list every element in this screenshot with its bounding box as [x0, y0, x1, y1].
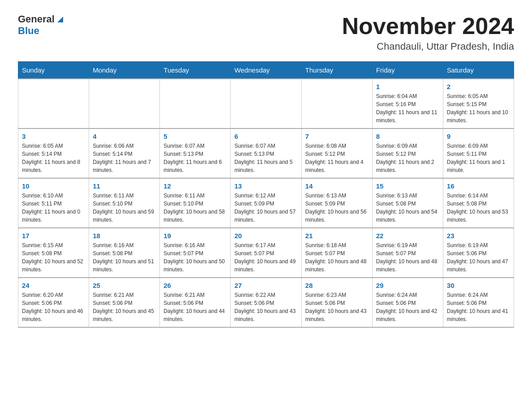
- calendar-cell: 3Sunrise: 6:05 AMSunset: 5:14 PMDaylight…: [18, 128, 89, 178]
- day-info: Sunrise: 6:13 AMSunset: 5:08 PMDaylight:…: [376, 192, 439, 224]
- day-info: Sunrise: 6:05 AMSunset: 5:15 PMDaylight:…: [447, 92, 510, 124]
- day-number: 10: [22, 182, 85, 190]
- day-number: 22: [376, 232, 439, 240]
- day-number: 25: [93, 282, 156, 289]
- weekday-header-row: SundayMondayTuesdayWednesdayThursdayFrid…: [18, 62, 514, 79]
- calendar-cell: 9Sunrise: 6:09 AMSunset: 5:11 PMDaylight…: [443, 128, 514, 178]
- calendar-week-row: 10Sunrise: 6:10 AMSunset: 5:11 PMDayligh…: [18, 178, 514, 228]
- day-info: Sunrise: 6:10 AMSunset: 5:11 PMDaylight:…: [22, 192, 85, 224]
- calendar-cell: 14Sunrise: 6:13 AMSunset: 5:09 PMDayligh…: [301, 178, 372, 228]
- calendar-week-row: 17Sunrise: 6:15 AMSunset: 5:08 PMDayligh…: [18, 228, 514, 278]
- day-info: Sunrise: 6:16 AMSunset: 5:07 PMDaylight:…: [163, 241, 227, 274]
- calendar-cell: 30Sunrise: 6:24 AMSunset: 5:06 PMDayligh…: [443, 278, 514, 327]
- day-number: 13: [234, 182, 297, 190]
- day-info: Sunrise: 6:07 AMSunset: 5:13 PMDaylight:…: [163, 142, 227, 174]
- day-info: Sunrise: 6:21 AMSunset: 5:06 PMDaylight:…: [93, 291, 156, 323]
- day-info: Sunrise: 6:23 AMSunset: 5:06 PMDaylight:…: [305, 291, 369, 323]
- weekday-header-tuesday: Tuesday: [160, 62, 231, 79]
- weekday-header-thursday: Thursday: [301, 62, 372, 79]
- day-info: Sunrise: 6:15 AMSunset: 5:08 PMDaylight:…: [22, 241, 85, 274]
- calendar-cell: 1Sunrise: 6:04 AMSunset: 5:16 PMDaylight…: [372, 79, 443, 128]
- calendar-cell: 25Sunrise: 6:21 AMSunset: 5:06 PMDayligh…: [89, 278, 160, 327]
- day-info: Sunrise: 6:19 AMSunset: 5:06 PMDaylight:…: [447, 241, 510, 274]
- day-number: 24: [22, 282, 85, 289]
- day-info: Sunrise: 6:22 AMSunset: 5:06 PMDaylight:…: [234, 291, 297, 323]
- day-info: Sunrise: 6:19 AMSunset: 5:07 PMDaylight:…: [376, 241, 439, 274]
- calendar-cell: 7Sunrise: 6:08 AMSunset: 5:12 PMDaylight…: [301, 128, 372, 178]
- day-number: 20: [234, 232, 297, 240]
- location-subtitle: Chandauli, Uttar Pradesh, India: [342, 41, 514, 52]
- calendar-cell: 13Sunrise: 6:12 AMSunset: 5:09 PMDayligh…: [231, 178, 301, 228]
- day-number: 5: [163, 133, 227, 140]
- day-info: Sunrise: 6:18 AMSunset: 5:07 PMDaylight:…: [305, 241, 369, 274]
- day-number: 14: [305, 182, 369, 190]
- day-number: 27: [234, 282, 297, 289]
- day-info: Sunrise: 6:08 AMSunset: 5:12 PMDaylight:…: [305, 142, 369, 174]
- day-number: 29: [376, 282, 439, 289]
- day-info: Sunrise: 6:09 AMSunset: 5:12 PMDaylight:…: [376, 142, 439, 174]
- calendar-cell: 11Sunrise: 6:11 AMSunset: 5:10 PMDayligh…: [89, 178, 160, 228]
- day-info: Sunrise: 6:24 AMSunset: 5:06 PMDaylight:…: [447, 291, 510, 323]
- calendar-cell: 8Sunrise: 6:09 AMSunset: 5:12 PMDaylight…: [372, 128, 443, 178]
- day-number: 21: [305, 232, 369, 240]
- calendar-cell: [301, 79, 372, 128]
- logo: General Blue: [18, 13, 63, 37]
- weekday-header-wednesday: Wednesday: [231, 62, 301, 79]
- day-info: Sunrise: 6:21 AMSunset: 5:06 PMDaylight:…: [163, 291, 227, 323]
- calendar-cell: 18Sunrise: 6:16 AMSunset: 5:08 PMDayligh…: [89, 228, 160, 278]
- day-number: 28: [305, 282, 369, 289]
- day-info: Sunrise: 6:14 AMSunset: 5:08 PMDaylight:…: [447, 192, 510, 224]
- day-info: Sunrise: 6:16 AMSunset: 5:08 PMDaylight:…: [93, 241, 156, 274]
- calendar-cell: 22Sunrise: 6:19 AMSunset: 5:07 PMDayligh…: [372, 228, 443, 278]
- day-info: Sunrise: 6:11 AMSunset: 5:10 PMDaylight:…: [93, 192, 156, 224]
- day-info: Sunrise: 6:04 AMSunset: 5:16 PMDaylight:…: [376, 92, 439, 124]
- day-number: 18: [93, 232, 156, 240]
- calendar-cell: 5Sunrise: 6:07 AMSunset: 5:13 PMDaylight…: [160, 128, 231, 178]
- day-info: Sunrise: 6:24 AMSunset: 5:06 PMDaylight:…: [376, 291, 439, 323]
- day-number: 23: [447, 232, 510, 240]
- day-info: Sunrise: 6:07 AMSunset: 5:13 PMDaylight:…: [234, 142, 297, 174]
- day-number: 7: [305, 133, 369, 140]
- calendar-cell: 6Sunrise: 6:07 AMSunset: 5:13 PMDaylight…: [231, 128, 301, 178]
- calendar-week-row: 3Sunrise: 6:05 AMSunset: 5:14 PMDaylight…: [18, 128, 514, 178]
- day-info: Sunrise: 6:11 AMSunset: 5:10 PMDaylight:…: [163, 192, 227, 224]
- title-block: November 2024 Chandauli, Uttar Pradesh, …: [342, 13, 514, 52]
- calendar-table: SundayMondayTuesdayWednesdayThursdayFrid…: [18, 61, 514, 328]
- weekday-header-monday: Monday: [89, 62, 160, 79]
- logo-blue-text: Blue: [18, 25, 39, 36]
- day-number: 12: [163, 182, 227, 190]
- weekday-header-saturday: Saturday: [443, 62, 514, 79]
- calendar-cell: 29Sunrise: 6:24 AMSunset: 5:06 PMDayligh…: [372, 278, 443, 327]
- day-info: Sunrise: 6:09 AMSunset: 5:11 PMDaylight:…: [447, 142, 510, 174]
- day-number: 26: [163, 282, 227, 289]
- day-number: 2: [447, 83, 510, 90]
- day-number: 16: [447, 182, 510, 190]
- day-number: 9: [447, 133, 510, 140]
- calendar-cell: 26Sunrise: 6:21 AMSunset: 5:06 PMDayligh…: [160, 278, 231, 327]
- day-info: Sunrise: 6:20 AMSunset: 5:06 PMDaylight:…: [22, 291, 85, 323]
- calendar-cell: 23Sunrise: 6:19 AMSunset: 5:06 PMDayligh…: [443, 228, 514, 278]
- calendar-cell: [160, 79, 231, 128]
- day-number: 11: [93, 182, 156, 190]
- calendar-cell: [18, 79, 89, 128]
- day-number: 17: [22, 232, 85, 240]
- calendar-cell: 15Sunrise: 6:13 AMSunset: 5:08 PMDayligh…: [372, 178, 443, 228]
- logo-general-text: General: [18, 13, 55, 25]
- day-number: 6: [234, 133, 297, 140]
- calendar-cell: 16Sunrise: 6:14 AMSunset: 5:08 PMDayligh…: [443, 178, 514, 228]
- day-info: Sunrise: 6:05 AMSunset: 5:14 PMDaylight:…: [22, 142, 85, 174]
- calendar-cell: 2Sunrise: 6:05 AMSunset: 5:15 PMDaylight…: [443, 79, 514, 128]
- day-number: 3: [22, 133, 85, 140]
- day-info: Sunrise: 6:17 AMSunset: 5:07 PMDaylight:…: [234, 241, 297, 274]
- day-info: Sunrise: 6:12 AMSunset: 5:09 PMDaylight:…: [234, 192, 297, 224]
- weekday-header-sunday: Sunday: [18, 62, 89, 79]
- calendar-cell: 24Sunrise: 6:20 AMSunset: 5:06 PMDayligh…: [18, 278, 89, 327]
- calendar-cell: 28Sunrise: 6:23 AMSunset: 5:06 PMDayligh…: [301, 278, 372, 327]
- day-number: 15: [376, 182, 439, 190]
- day-number: 8: [376, 133, 439, 140]
- day-number: 19: [163, 232, 227, 240]
- day-number: 1: [376, 83, 439, 90]
- calendar-cell: 27Sunrise: 6:22 AMSunset: 5:06 PMDayligh…: [231, 278, 301, 327]
- calendar-cell: 20Sunrise: 6:17 AMSunset: 5:07 PMDayligh…: [231, 228, 301, 278]
- calendar-cell: [89, 79, 160, 128]
